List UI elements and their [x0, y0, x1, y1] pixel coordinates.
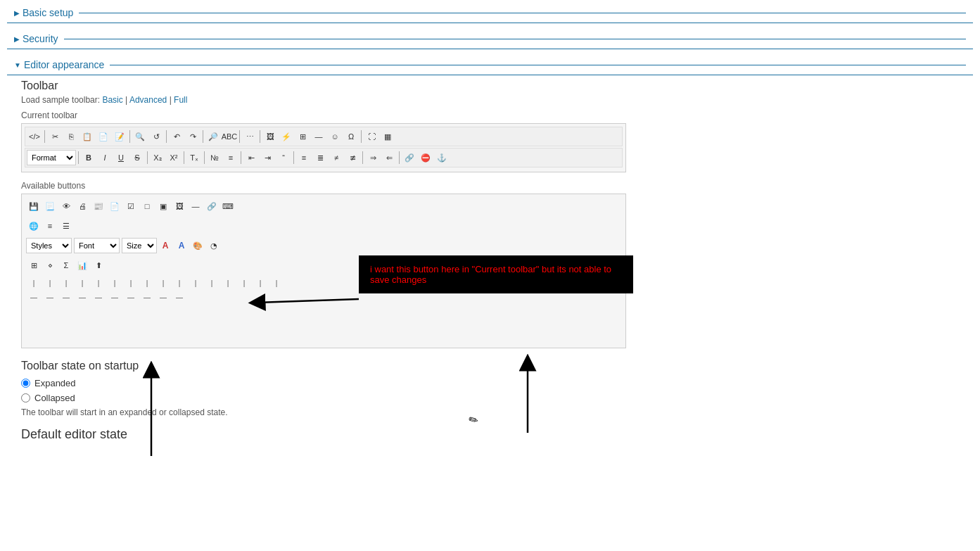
dash-4: |	[75, 277, 90, 289]
tb-indent-btn[interactable]: ⇥	[260, 150, 275, 165]
avail-div-btn[interactable]: □	[139, 198, 155, 214]
avail-document-btn[interactable]: 📄	[107, 198, 122, 214]
expanded-label: Expanded	[34, 378, 76, 388]
avail-btn4[interactable]: 📊	[75, 258, 90, 273]
avail-color2-btn[interactable]: ◔	[206, 238, 222, 253]
dash-9: |	[155, 277, 171, 289]
tb-removeformat-btn[interactable]: Tₓ	[186, 150, 202, 165]
collapsed-radio[interactable]	[21, 393, 30, 403]
tb-pagebreak-btn[interactable]: ⋯	[242, 129, 257, 144]
tb-bidirtl-btn[interactable]: ⇐	[381, 150, 397, 165]
default-editor-title: Default editor state	[21, 427, 959, 442]
avail-font-select[interactable]: Font	[74, 238, 120, 253]
editor-appearance-toggle[interactable]: ▼ Editor appearance	[14, 59, 104, 70]
tb-blockquote-btn[interactable]: “	[276, 150, 291, 165]
tb-anchor-btn[interactable]: ⚓	[434, 150, 450, 165]
tb-undo-btn[interactable]: ↶	[169, 129, 184, 144]
tb-unlink-btn[interactable]: ⛔	[418, 150, 433, 165]
tb-superscript-btn[interactable]: X²	[166, 150, 182, 165]
dash-8: |	[139, 277, 155, 289]
tb-showblocks-btn[interactable]: ▦	[380, 129, 395, 144]
avail-link2-btn[interactable]: 🔗	[204, 198, 219, 214]
toolbar-title: Toolbar	[21, 80, 959, 92]
ddash-8: —	[139, 291, 155, 303]
avail-btn5[interactable]: ⬆	[91, 258, 106, 273]
tb-source-btn[interactable]: </>	[27, 129, 42, 144]
avail-btn2[interactable]: ⋄	[42, 258, 58, 273]
tb-outdent-btn[interactable]: ⇤	[243, 150, 259, 165]
avail-iframe-btn[interactable]: ▣	[155, 198, 171, 214]
dash-15: |	[253, 277, 268, 289]
tb-numberedlist-btn[interactable]: №	[207, 150, 222, 165]
avail-image2-btn[interactable]: 🖼	[172, 198, 187, 214]
tb-spellcheck-btn[interactable]: ABC	[222, 129, 237, 144]
avail-color1-btn[interactable]: 🎨	[190, 238, 205, 253]
tb-smiley-btn[interactable]: ☺	[327, 129, 343, 144]
tb-image-btn[interactable]: 🖼	[262, 129, 278, 144]
tb-strike-btn[interactable]: S	[129, 150, 145, 165]
format-select[interactable]: Format	[27, 150, 76, 165]
security-arrow-icon: ▶	[14, 35, 20, 43]
tb-subscript-btn[interactable]: X₂	[150, 150, 165, 165]
tb-paste-text-btn[interactable]: 📄	[96, 129, 111, 144]
tb-sep-2	[129, 130, 130, 143]
tb-alignjustify-btn[interactable]: ≢	[345, 150, 360, 165]
current-toolbar-container: </> ✂ ⎘ 📋 📄 📝 🔍 ↺ ↶ ↷ 🔎 ABC ⋯ 🖼	[21, 123, 626, 172]
avail-save-btn[interactable]: 💾	[26, 198, 42, 214]
tb-cut-btn[interactable]: ✂	[47, 129, 63, 144]
basic-setup-section-header: ▶ Basic setup	[7, 3, 973, 23]
tb-underline-btn[interactable]: U	[113, 150, 129, 165]
avail-bgcolor-btn[interactable]: A	[174, 238, 189, 253]
tb-paste-word-btn[interactable]: 📝	[112, 129, 127, 144]
tb-bold-btn[interactable]: B	[81, 150, 96, 165]
tb-redo-btn[interactable]: ↷	[185, 129, 201, 144]
avail-btn3[interactable]: Σ	[58, 258, 74, 273]
tb-special-btn[interactable]: Ω	[343, 129, 359, 144]
tb-bulletedlist-btn[interactable]: ≡	[223, 150, 238, 165]
tb-link-btn[interactable]: 🔗	[402, 150, 417, 165]
toolbar-row-1: </> ✂ ⎘ 📋 📄 📝 🔍 ↺ ↶ ↷ 🔎 ABC ⋯ 🖼	[25, 127, 623, 146]
tb-replace-btn[interactable]: ↺	[148, 129, 164, 144]
tb-aligncenter-btn[interactable]: ≣	[312, 150, 328, 165]
tb-sep-r2-3	[184, 151, 184, 164]
tb-table-btn[interactable]: ⊞	[295, 129, 310, 144]
tb-zoom-btn[interactable]: 🔎	[205, 129, 221, 144]
basic-setup-toggle[interactable]: ▶ Basic setup	[14, 7, 73, 18]
tb-bidiltr-btn[interactable]: ⇒	[365, 150, 381, 165]
tb-italic-btn[interactable]: I	[97, 150, 113, 165]
avail-btn1[interactable]: ⊞	[26, 258, 42, 273]
collapsed-label: Collapsed	[34, 393, 75, 403]
avail-toc-btn[interactable]: ☰	[58, 218, 74, 234]
load-advanced-link[interactable]: Advanced	[129, 95, 167, 105]
load-basic-link[interactable]: Basic	[102, 95, 122, 105]
basic-setup-divider	[79, 13, 966, 13]
avail-print-btn[interactable]: 🖨	[75, 198, 90, 214]
avail-styles-select[interactable]: Styles	[26, 238, 72, 253]
ddash-3: —	[58, 291, 74, 303]
load-full-link[interactable]: Full	[174, 95, 187, 105]
avail-preview-btn[interactable]: 👁	[58, 198, 74, 214]
empty-row	[25, 304, 623, 324]
avail-templates-btn[interactable]: 📰	[91, 198, 106, 214]
tb-flash-btn[interactable]: ⚡	[279, 129, 294, 144]
tb-alignright-btn[interactable]: ≠	[329, 150, 344, 165]
avail-size-select[interactable]: Size	[122, 238, 157, 253]
avail-pastespecial-btn[interactable]: ≡	[42, 218, 58, 234]
tb-copy-btn[interactable]: ⎘	[63, 129, 79, 144]
avail-checkbox-btn[interactable]: ☑	[123, 198, 139, 214]
avail-hbar-btn[interactable]: —	[188, 198, 203, 214]
tb-hline-btn[interactable]: —	[311, 129, 326, 144]
ddash-4: —	[75, 291, 90, 303]
tb-paste-btn[interactable]: 📋	[79, 129, 95, 144]
avail-codeblock-btn[interactable]: ⌨	[220, 198, 236, 214]
avail-newpage-btn[interactable]: 📃	[42, 198, 58, 214]
tb-alignleft-btn[interactable]: ≡	[296, 150, 312, 165]
avail-lang-btn[interactable]: 🌐	[26, 218, 42, 234]
tb-find-btn[interactable]: 🔍	[132, 129, 148, 144]
tb-maximize-btn[interactable]: ⛶	[364, 129, 379, 144]
avail-fontcolor-btn[interactable]: A	[158, 238, 173, 253]
security-toggle[interactable]: ▶ Security	[14, 33, 58, 44]
expanded-radio[interactable]	[21, 379, 30, 388]
tb-sep-r2-7	[362, 151, 363, 164]
editor-appearance-section-header: ▼ Editor appearance	[7, 55, 973, 75]
